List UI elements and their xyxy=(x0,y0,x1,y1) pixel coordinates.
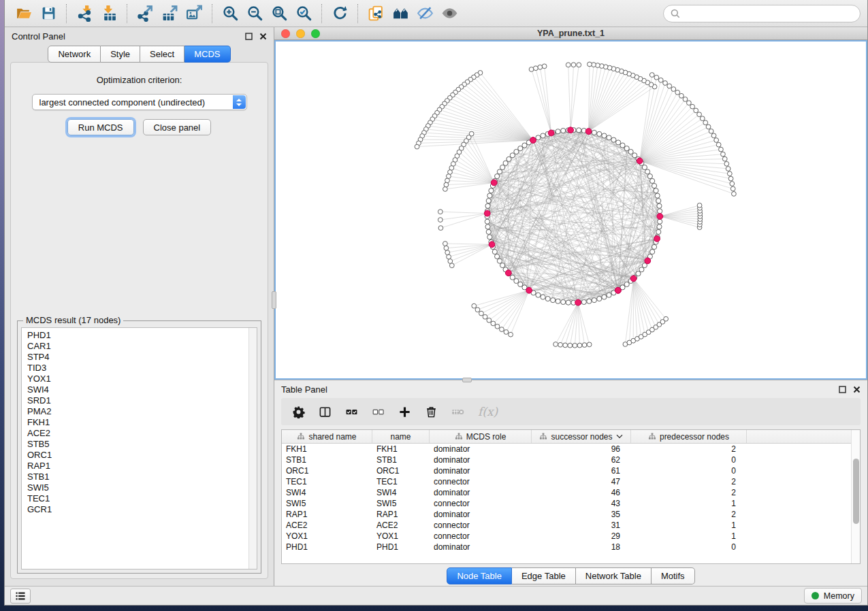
network-node[interactable] xyxy=(486,229,491,234)
network-node[interactable] xyxy=(577,63,581,67)
mcds-node[interactable] xyxy=(489,242,495,248)
close-icon[interactable] xyxy=(259,33,267,40)
network-node[interactable] xyxy=(652,183,656,188)
import-network-button[interactable] xyxy=(72,3,97,24)
network-node[interactable] xyxy=(658,209,662,214)
network-node[interactable] xyxy=(486,199,491,203)
mcds-node[interactable] xyxy=(484,210,490,216)
network-node[interactable] xyxy=(504,330,509,335)
network-node[interactable] xyxy=(602,133,607,138)
network-window-titlebar[interactable]: YPA_prune.txt_1 xyxy=(274,27,867,40)
search-box[interactable] xyxy=(663,5,861,22)
tab-motifs[interactable]: Motifs xyxy=(652,567,695,584)
mcds-result-item[interactable]: RAP1 xyxy=(27,461,257,472)
table-row[interactable]: SWI5SWI5connector431 xyxy=(282,498,860,509)
mcds-node[interactable] xyxy=(615,287,621,293)
network-node[interactable] xyxy=(489,188,494,193)
network-node[interactable] xyxy=(479,311,484,316)
criterion-dropdown[interactable]: largest connected component (undirected) xyxy=(32,94,247,110)
node-table[interactable]: shared namenameMCDS rolesuccessor nodesp… xyxy=(281,429,861,564)
network-node[interactable] xyxy=(514,149,519,154)
mcds-node[interactable] xyxy=(630,276,637,282)
table-row[interactable]: ORC1ORC1dominator610 xyxy=(282,465,860,476)
network-node[interactable] xyxy=(500,165,505,169)
network-node[interactable] xyxy=(558,342,563,347)
network-node[interactable] xyxy=(721,152,726,156)
network-node[interactable] xyxy=(597,131,602,136)
zoom-selected-button[interactable] xyxy=(291,3,316,24)
network-node[interactable] xyxy=(577,128,581,133)
network-node[interactable] xyxy=(722,156,727,161)
network-node[interactable] xyxy=(657,203,662,208)
network-node[interactable] xyxy=(495,174,500,178)
network-node[interactable] xyxy=(639,267,644,272)
network-node[interactable] xyxy=(658,78,663,82)
mcds-node[interactable] xyxy=(526,287,532,293)
network-node[interactable] xyxy=(485,219,489,224)
network-node[interactable] xyxy=(541,133,545,138)
network-node[interactable] xyxy=(415,144,419,149)
network-node[interactable] xyxy=(730,186,735,191)
column-header-mcds-role[interactable]: MCDS role xyxy=(430,430,532,443)
network-node[interactable] xyxy=(483,314,487,319)
window-close-icon[interactable] xyxy=(281,29,290,38)
network-node[interactable] xyxy=(443,242,448,246)
network-node[interactable] xyxy=(597,296,602,301)
network-node[interactable] xyxy=(448,259,453,264)
network-node[interactable] xyxy=(587,299,592,303)
tab-node-table[interactable]: Node Table xyxy=(447,567,512,584)
table-row[interactable]: STB1STB1dominator620 xyxy=(282,455,860,465)
show-button[interactable] xyxy=(437,3,462,24)
network-node[interactable] xyxy=(510,153,515,158)
mcds-result-item[interactable]: SWI5 xyxy=(27,482,257,493)
network-node[interactable] xyxy=(656,229,661,234)
mcds-result-item[interactable]: GCR1 xyxy=(27,504,257,515)
select-all-button[interactable] xyxy=(345,406,358,418)
network-node[interactable] xyxy=(628,149,633,154)
network-node[interactable] xyxy=(444,182,449,187)
mcds-result-item[interactable]: SRD1 xyxy=(27,395,257,406)
mcds-result-item[interactable]: SWI4 xyxy=(27,384,257,395)
table-row[interactable]: SWI4SWI4dominator462 xyxy=(282,487,860,498)
network-node[interactable] xyxy=(657,225,662,229)
network-canvas[interactable] xyxy=(274,40,867,380)
refresh-button[interactable] xyxy=(327,3,352,24)
network-node[interactable] xyxy=(607,135,611,140)
mcds-node[interactable] xyxy=(530,137,536,144)
network-node[interactable] xyxy=(582,343,587,348)
network-node[interactable] xyxy=(649,73,654,78)
network-node[interactable] xyxy=(663,81,668,86)
network-node[interactable] xyxy=(449,263,454,268)
float-icon[interactable] xyxy=(245,33,253,40)
settings-button[interactable] xyxy=(292,406,305,418)
open-button[interactable] xyxy=(12,3,36,24)
network-node[interactable] xyxy=(518,146,523,151)
network-node[interactable] xyxy=(447,174,451,179)
mcds-result-list[interactable]: PHD1CAR1STP4TID3YOX1SWI4SRD1PMA2FKH1ACE2… xyxy=(21,327,257,569)
network-node[interactable] xyxy=(655,193,660,198)
table-row[interactable]: YOX1YOX1connector291 xyxy=(282,531,860,542)
mcds-node[interactable] xyxy=(657,214,663,220)
network-node[interactable] xyxy=(592,298,596,303)
network-node[interactable] xyxy=(726,167,730,171)
tab-mcds[interactable]: MCDS xyxy=(184,46,230,63)
network-node[interactable] xyxy=(497,169,502,174)
network-node[interactable] xyxy=(664,316,669,321)
table-scrollbar-thumb[interactable] xyxy=(853,459,859,524)
network-node[interactable] xyxy=(658,219,662,224)
mcds-result-item[interactable]: PHD1 xyxy=(27,330,257,341)
mcds-result-item[interactable]: ORC1 xyxy=(27,450,257,461)
column-header-shared-name[interactable]: shared name xyxy=(282,430,372,443)
network-node[interactable] xyxy=(592,130,596,135)
network-node[interactable] xyxy=(587,342,592,347)
result-list-scrollbar[interactable] xyxy=(248,328,257,569)
network-node[interactable] xyxy=(647,174,652,178)
mcds-node[interactable] xyxy=(568,127,574,133)
network-node[interactable] xyxy=(602,295,607,299)
network-node[interactable] xyxy=(445,250,450,255)
network-node[interactable] xyxy=(714,138,719,143)
network-node[interactable] xyxy=(500,327,504,332)
deselect-all-button[interactable] xyxy=(372,406,385,418)
network-node[interactable] xyxy=(645,169,649,174)
network-node[interactable] xyxy=(675,90,680,95)
